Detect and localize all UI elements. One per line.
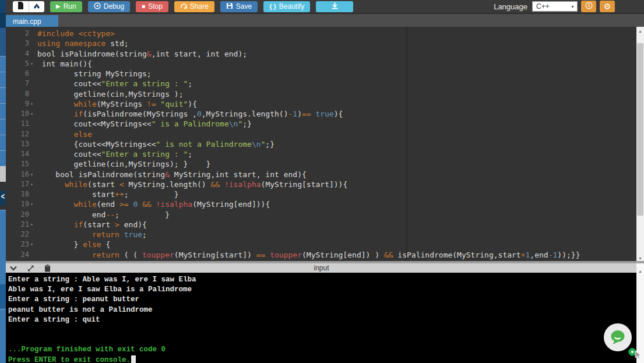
fold-gutter <box>29 230 37 239</box>
code-line[interactable]: 13 {cout<<MyStrings<<" is not a Palindro… <box>6 139 636 149</box>
code-text: #include <cctype> <box>37 29 636 38</box>
code-line[interactable]: 2#include <cctype> <box>6 29 636 38</box>
sidebar-collapsed-item[interactable] <box>0 28 6 44</box>
sidebar-collapsed-item[interactable] <box>0 103 6 119</box>
code-lines: 2#include <cctype>3using namespace std;4… <box>6 27 636 261</box>
code-line[interactable]: 21▾ if(start > end){ <box>6 220 636 230</box>
code-line[interactable]: 11 cout<<MyStrings<<" is a Palindrome\n"… <box>6 119 636 129</box>
fold-marker-icon[interactable]: ▾ <box>29 170 37 179</box>
code-line[interactable]: 9▾ while(MyStrings != "quit"){ <box>6 99 636 109</box>
beautify-button[interactable]: { } Beautify <box>263 1 310 12</box>
tab-main-cpp[interactable]: main.cpp <box>6 15 58 28</box>
sidebar-collapsed-item[interactable] <box>0 166 6 182</box>
line-number: 3 <box>6 38 29 48</box>
code-line[interactable]: 10▾ if(isPalindrome(MyStrings ,0,MyStrin… <box>6 109 636 119</box>
console-output[interactable]: Enter a string : Able was I, ere I saw E… <box>6 273 644 363</box>
sidebar-collapsed-item[interactable] <box>0 87 6 103</box>
share-button[interactable]: Share <box>174 1 214 12</box>
sidebar-collapsed-item[interactable] <box>0 0 6 13</box>
fold-marker-icon[interactable]: ▾ <box>29 109 37 119</box>
fold-marker-icon[interactable]: ▾ <box>29 59 37 69</box>
sidebar-collapsed-item[interactable] <box>0 119 6 135</box>
code-line[interactable]: 16▾ bool isPalindrome(string& MyString,i… <box>6 170 636 179</box>
code-line[interactable]: 24 return ( ( toupper(MyString[start]) =… <box>6 250 636 260</box>
sidebar-collapsed-item[interactable] <box>0 309 6 363</box>
line-number: 17 <box>6 179 29 189</box>
code-line[interactable]: 22 return true; <box>6 230 636 239</box>
fold-gutter <box>29 79 37 89</box>
fold-gutter <box>29 38 37 48</box>
code-text: if(isPalindrome(MyStrings ,0,MyStrings.l… <box>37 109 636 119</box>
console-scrollbar[interactable]: ▲ <box>636 263 644 363</box>
code-editor[interactable]: 2#include <cctype>3using namespace std;4… <box>6 27 636 261</box>
settings-button[interactable]: ⚙ <box>600 1 615 12</box>
fold-gutter <box>29 119 37 129</box>
fold-marker-icon[interactable]: ▾ <box>29 199 37 209</box>
clipboard-button[interactable] <box>44 264 51 272</box>
editor-scrollbar[interactable]: ▲ ▼ <box>636 27 644 263</box>
scroll-up-icon[interactable]: ▲ <box>636 28 644 35</box>
chat-button[interactable] <box>604 323 632 351</box>
sidebar-collapsed-item[interactable] <box>0 150 6 166</box>
new-file-button[interactable] <box>13 1 29 12</box>
sidebar-collapsed-item[interactable] <box>0 72 6 87</box>
sidebar-collapsed-item[interactable] <box>0 135 6 150</box>
editor-scrollbar-thumb[interactable] <box>637 43 643 216</box>
sidebar-collapsed-item[interactable] <box>0 284 6 309</box>
code-line[interactable]: 14 cout<<"Enter a string : "; <box>6 149 636 159</box>
code-line[interactable]: 7 cout<<"Enter a string : "; <box>6 79 636 89</box>
expand-console-button[interactable] <box>27 265 34 272</box>
fold-gutter <box>29 250 37 260</box>
run-button[interactable]: ▶ Run <box>50 1 82 12</box>
code-line[interactable]: 18 start++; } <box>6 189 636 199</box>
save-button[interactable]: Save <box>220 1 258 12</box>
code-line[interactable]: 5▾ int main(){ <box>6 59 636 69</box>
fold-marker-icon[interactable]: ▾ <box>29 179 37 189</box>
debug-button[interactable]: Debug <box>88 1 130 12</box>
sidebar-collapsed-item[interactable] <box>0 206 6 210</box>
sidebar-collapsed-item[interactable] <box>0 13 6 28</box>
info-button[interactable] <box>581 1 596 12</box>
console-body: Enter a string : Able was I, ere I saw E… <box>6 273 644 363</box>
toolbar-right: Language C++ ▼ ⚙ <box>494 1 615 12</box>
code-line[interactable]: 23▾ } else { <box>6 239 636 249</box>
download-button[interactable] <box>316 1 353 12</box>
code-text: cout<<"Enter a string : "; <box>37 149 636 159</box>
code-line[interactable]: 6 string MyStrings; <box>6 69 636 79</box>
language-select[interactable]: C++ ▼ <box>532 1 578 12</box>
line-number: 19 <box>6 199 29 209</box>
line-number: 23 <box>6 239 29 249</box>
fold-marker-icon[interactable]: ▾ <box>29 99 37 109</box>
code-line[interactable]: 19▾ while(end >= 0 && !isalpha(MyString[… <box>6 199 636 209</box>
scroll-up-icon[interactable]: ▲ <box>636 268 644 275</box>
code-text: int main(){ <box>37 59 636 69</box>
code-text: end--; } <box>37 210 636 220</box>
code-line[interactable]: 20 end--; } <box>6 210 636 220</box>
sidebar-collapse-button[interactable]: < <box>0 191 6 201</box>
fold-gutter <box>29 159 37 169</box>
code-text: while(MyStrings != "quit"){ <box>37 99 636 109</box>
sidebar-collapsed-item[interactable] <box>0 56 6 72</box>
upload-button[interactable] <box>29 1 44 12</box>
sidebar-collapsed-item[interactable] <box>0 210 6 284</box>
stop-button[interactable]: ■ Stop <box>136 1 168 12</box>
code-text: if(start > end){ <box>37 220 636 230</box>
line-number: 5 <box>6 59 29 69</box>
code-line[interactable]: 17▾ while(start < MyString.length() && !… <box>6 179 636 189</box>
caret-up-icon <box>33 2 40 11</box>
code-line[interactable]: 8 getline(cin,MyStrings ); <box>6 89 636 99</box>
sidebar-collapsed-item[interactable] <box>0 44 6 56</box>
collapse-console-button[interactable] <box>9 265 17 272</box>
console-line: Able was I, ere I saw Elba is a Palindro… <box>8 285 644 295</box>
code-text: return ( ( toupper(MyString[start]) == t… <box>37 250 636 260</box>
console-line: Press ENTER to exit console. <box>8 355 644 363</box>
fold-marker-icon[interactable]: ▾ <box>29 239 37 249</box>
fold-marker-icon[interactable]: ▾ <box>29 220 37 230</box>
code-line[interactable]: 3using namespace std; <box>6 38 636 48</box>
language-label: Language <box>494 2 527 11</box>
code-line[interactable]: 15 getline(cin,MyStrings); } } <box>6 159 636 169</box>
code-line[interactable]: 4bool isPalindrome(string&,int start, in… <box>6 49 636 59</box>
sidebar-collapsed-item[interactable] <box>0 182 6 191</box>
online-ide: ▶ Run Debug ■ Stop Share Save { } <box>0 0 644 363</box>
code-line[interactable]: 12 else <box>6 129 636 139</box>
